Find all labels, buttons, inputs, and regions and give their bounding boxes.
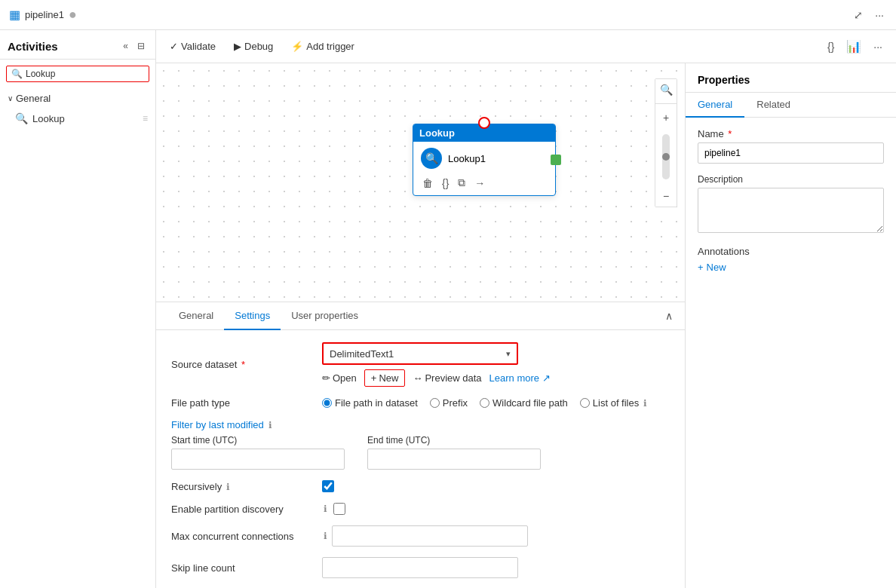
prop-tab-related[interactable]: Related — [744, 93, 802, 118]
canvas-and-panel: Lookup 🔍 Lookup1 🗑 {} ⧉ → — [156, 63, 896, 588]
tab-user-properties[interactable]: User properties — [281, 302, 369, 330]
sidebar-header: Activities « ⊟ — [0, 30, 155, 60]
trigger-icon: ⚡ — [291, 41, 303, 52]
code-button[interactable]: {} — [824, 36, 837, 57]
learn-more-link[interactable]: Learn more ↗ — [489, 372, 551, 384]
properties-tabs: General Related — [686, 93, 896, 118]
lookup-node[interactable]: Lookup 🔍 Lookup1 🗑 {} ⧉ → — [413, 124, 556, 196]
file-path-option4[interactable]: List of files ℹ — [580, 397, 647, 409]
tab-settings[interactable]: Settings — [224, 302, 281, 330]
validate-button[interactable]: ✓ Validate — [167, 39, 219, 54]
file-path-option3-label: Wildcard file path — [492, 397, 568, 409]
filter-icon[interactable]: ⊟ — [134, 38, 148, 54]
lookup-activity-item[interactable]: 🔍 Lookup ≡ — [0, 109, 155, 128]
monitor-button[interactable]: 📊 — [843, 36, 864, 57]
node-body: 🔍 Lookup1 — [413, 142, 555, 172]
canvas-divider — [655, 103, 677, 104]
recursively-info-icon[interactable]: ℹ — [226, 482, 230, 492]
canvas-search-button[interactable]: 🔍 — [655, 79, 677, 100]
node-copy-button[interactable]: ⧉ — [456, 175, 467, 191]
recursively-checkbox[interactable] — [322, 480, 334, 492]
canvas[interactable]: Lookup 🔍 Lookup1 🗑 {} ⧉ → — [156, 63, 685, 302]
pipeline-title: pipeline1 — [25, 9, 64, 20]
node-connect-top[interactable] — [478, 117, 490, 129]
pipeline-icon: ▦ — [9, 8, 20, 22]
toolbar-right: {} 📊 ··· — [824, 36, 885, 57]
skip-line-row: Skip line count — [171, 557, 670, 578]
end-time-field: End time (UTC) — [367, 435, 541, 470]
node-header-label: Lookup — [419, 127, 455, 139]
node-name-label: Lookup1 — [448, 153, 486, 164]
max-connections-label: Max concurrent connections — [171, 531, 322, 542]
preview-label: Preview data — [425, 372, 481, 384]
category-header[interactable]: ∨ General — [0, 88, 155, 109]
description-textarea[interactable] — [698, 188, 884, 233]
partition-checkbox-wrap: ℹ — [322, 503, 345, 515]
search-box[interactable]: 🔍 — [6, 66, 149, 82]
properties-content: Name * Description Annotations + New — [686, 118, 896, 283]
canvas-slider-thumb — [662, 153, 670, 161]
source-dataset-label: Source dataset * — [171, 359, 322, 370]
open-dataset-link[interactable]: ✏ Open — [322, 372, 357, 384]
panel-collapse-button[interactable]: ∧ — [665, 310, 673, 322]
more-options-button[interactable]: ··· — [872, 6, 887, 24]
node-connect-button[interactable]: → — [473, 176, 486, 191]
dataset-select[interactable]: DelimitedText1 ▾ — [322, 342, 518, 365]
add-annotation-button[interactable]: + New — [698, 262, 726, 273]
skip-line-input[interactable] — [322, 557, 518, 578]
description-label: Description — [698, 174, 884, 185]
add-trigger-button[interactable]: ⚡ Add trigger — [288, 39, 357, 54]
add-annotation-label: New — [707, 262, 726, 273]
canvas-zoom-slider[interactable] — [662, 134, 670, 179]
end-time-label: End time (UTC) — [367, 435, 541, 446]
max-connections-row: Max concurrent connections ℹ — [171, 525, 670, 547]
max-connections-wrap: ℹ — [322, 525, 528, 547]
preview-data-link[interactable]: ↔ Preview data — [413, 372, 481, 384]
max-connections-input[interactable] — [332, 525, 528, 547]
partition-checkbox[interactable] — [333, 503, 345, 515]
annotations-section: Annotations + New — [698, 246, 884, 273]
lookup-icon: 🔍 — [15, 112, 28, 124]
file-path-option2[interactable]: Prefix — [430, 397, 468, 409]
category-label: General — [16, 93, 51, 104]
source-dataset-row: Source dataset * DelimitedText1 ▾ ✏ — [171, 342, 670, 387]
filter-label: Filter by last modified — [171, 419, 264, 430]
unsaved-dot-icon: ● — [69, 7, 77, 23]
time-row: Start time (UTC) End time (UTC) — [171, 435, 670, 470]
list-of-files-info-icon[interactable]: ℹ — [643, 398, 647, 409]
filter-info-icon[interactable]: ℹ — [268, 420, 272, 430]
top-bar-left: ▦ pipeline1 ● — [9, 7, 845, 23]
skip-line-label: Skip line count — [171, 562, 322, 574]
top-bar-right: ⤢ ··· — [851, 6, 887, 24]
node-delete-button[interactable]: 🗑 — [421, 176, 434, 191]
search-input[interactable] — [26, 69, 144, 79]
collapse-icon[interactable]: « — [120, 38, 131, 54]
new-dataset-button[interactable]: + New — [364, 369, 406, 387]
filter-section: Filter by last modified ℹ Start time (UT… — [171, 419, 670, 470]
new-plus-icon: + — [371, 372, 377, 384]
dataset-value: DelimitedText1 — [330, 348, 394, 360]
tab-general[interactable]: General — [168, 302, 224, 330]
open-icon: ✏ — [322, 372, 330, 384]
properties-title: Properties — [686, 63, 896, 93]
prop-tab-general[interactable]: General — [686, 93, 744, 118]
end-time-input[interactable] — [367, 449, 541, 470]
debug-icon: ▶ — [234, 41, 241, 52]
node-body-icon: 🔍 — [421, 148, 442, 169]
node-connect-right[interactable] — [551, 155, 561, 165]
node-code-button[interactable]: {} — [440, 176, 450, 191]
canvas-zoom-out-button[interactable]: − — [655, 185, 677, 207]
partition-info-icon[interactable]: ℹ — [324, 504, 327, 514]
debug-button[interactable]: ▶ Debug — [231, 39, 276, 54]
start-time-input[interactable] — [171, 449, 345, 470]
name-input[interactable] — [698, 142, 884, 164]
recursively-row: Recursively ℹ — [171, 480, 670, 492]
file-path-option3[interactable]: Wildcard file path — [480, 397, 568, 409]
expand-button[interactable]: ⤢ — [851, 6, 866, 24]
canvas-zoom-in-button[interactable]: + — [655, 107, 677, 128]
file-path-option1[interactable]: File path in dataset — [322, 397, 418, 409]
max-connections-info-icon[interactable]: ℹ — [324, 531, 327, 541]
more-toolbar-button[interactable]: ··· — [870, 36, 885, 57]
validate-label: Validate — [181, 41, 216, 52]
partition-label: Enable partition discovery — [171, 504, 322, 515]
